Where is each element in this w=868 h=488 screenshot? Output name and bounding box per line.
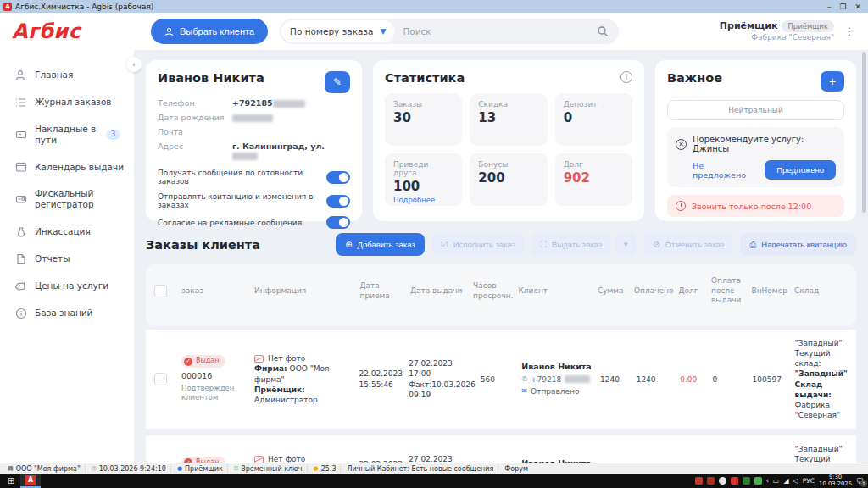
plus-icon: ⊕ <box>345 240 352 249</box>
redacted-address <box>232 152 258 160</box>
current-user: ПриёмщикПриёмщик Фабрика "Северная" <box>720 20 834 43</box>
chevron-down-icon: ▼ <box>380 27 386 36</box>
display-icon[interactable]: ▭ <box>773 477 780 485</box>
client-birthdate-row: Дата рождения <box>158 113 350 122</box>
building-icon: ▤ <box>8 465 14 472</box>
toggle-send-receipt[interactable] <box>326 195 350 208</box>
sidebar-item-service-prices[interactable]: Цены на услуги <box>15 273 134 300</box>
cancel-order-button[interactable]: ⊘ Отменить заказ <box>643 233 733 256</box>
x-circle-icon: ✕ <box>676 139 687 150</box>
client-cell: Иванов Никита ✆+79218 ✉Отправлено <box>521 362 595 396</box>
tray-icon-5[interactable] <box>743 477 750 485</box>
row-checkbox[interactable] <box>154 373 167 385</box>
no-photo-label: Нет фото <box>254 353 353 363</box>
sidebar-item-waybills[interactable]: Накладные в пути 3 <box>15 116 134 153</box>
no-photo-label: Нет фото <box>254 454 353 463</box>
redacted-birthdate <box>232 114 273 122</box>
sidebar-item-issue-calendar[interactable]: Календарь выдачи <box>15 153 134 180</box>
date-out: 27.02.202317:00Факт:10.03.202609:19 <box>409 358 476 400</box>
toggle-ads-consent[interactable] <box>326 216 350 229</box>
add-important-button[interactable]: + <box>821 71 844 92</box>
client-mail-row: Почта <box>158 127 350 136</box>
mood-selector[interactable]: Нейтральный <box>667 100 844 120</box>
taskbar-clock[interactable]: 9:30 10.03.2026 <box>819 474 852 488</box>
app-statusbar: ▤ООО "Моя фирма" ◷10.03.2026 9:24:10 ●Пр… <box>0 463 868 474</box>
tray-icon-1[interactable] <box>695 477 703 485</box>
statusbar-cabinet[interactable]: Личный Кабинет: Есть новые сообщения <box>342 464 498 473</box>
statusbar-forum[interactable]: Форум <box>500 464 532 473</box>
hours-overdue: 560 <box>481 374 517 385</box>
issue-order-dropdown[interactable]: ▼ <box>615 233 637 256</box>
search-input[interactable] <box>394 26 597 36</box>
warehouse-cell: "Западный" Текущий склад: Не определен С… <box>795 444 848 463</box>
order-substatus: Подтвержден клиентом <box>181 384 249 403</box>
user-role: Приёмщик <box>720 20 778 31</box>
sidebar-item-home[interactable]: Главная <box>15 62 134 89</box>
search-bar: По номеру заказа ▼ <box>280 19 619 44</box>
register-icon <box>15 193 27 205</box>
toggle-row-ready-messages: Получать сообщения по готовности заказов <box>158 169 350 186</box>
warehouse-cell: "Западный" Текущий склад: "Западный" Скл… <box>795 338 848 420</box>
notifications-icon[interactable]: 🗩1 <box>856 477 864 485</box>
offered-button[interactable]: Предложено <box>765 160 836 180</box>
close-button[interactable]: ✕ <box>854 3 861 11</box>
add-order-button[interactable]: ⊕ Добавить заказ <box>336 233 425 256</box>
sidebar-item-orders-journal[interactable]: Журнал заказов <box>15 89 134 116</box>
language-indicator[interactable]: РУС <box>803 477 815 485</box>
sidebar-item-reports[interactable]: Отчеты <box>15 246 134 273</box>
issued-icon: ✓ <box>184 358 192 366</box>
orders-title: Заказы клиента <box>146 238 329 252</box>
user-icon <box>15 69 27 81</box>
factory-name: Фабрика "Северная" <box>720 32 834 42</box>
select-client-button[interactable]: Выбрать клиента <box>151 19 268 44</box>
print-receipt-button[interactable]: ⎙ Напечатать квитанцию <box>740 233 856 256</box>
not-offered-button[interactable]: Не предложено <box>693 161 754 180</box>
table-row[interactable]: ✓Выдан 000017 Нет фото Фирма: ООО "Моя ф… <box>146 435 856 463</box>
debt-cell: 0.00 <box>680 374 707 385</box>
sidebar-item-collection[interactable]: Инкассация <box>15 219 134 246</box>
important-card: Важное + Нейтральный ✕ Порекомендуйте ус… <box>655 60 856 221</box>
statistics-title: Статистика <box>385 71 465 85</box>
redacted-phone <box>565 375 590 383</box>
statistics-card: Статистика i Заказы 30 Скидка 13 Депозит… <box>373 60 644 221</box>
edit-client-button[interactable]: ✎ <box>325 71 350 93</box>
brand-logo: Агбис <box>12 19 139 43</box>
taskbar-agbis-app[interactable]: A <box>20 474 41 488</box>
issue-order-button[interactable]: ⛶ Выдать заказ <box>531 233 611 256</box>
client-address-row: Адрес г. Калининград, ул. <box>158 141 350 160</box>
sidebar-collapse-button[interactable]: ‹ <box>126 57 142 72</box>
info-icon[interactable]: i <box>620 71 632 83</box>
toggle-row-ads-consent: Согласие на рекламные сообщения <box>158 216 350 229</box>
redacted-phone <box>273 100 305 108</box>
execute-order-button[interactable]: ☑ Исполнить заказ <box>431 233 525 256</box>
statusbar-key: ⚿Временный ключ <box>230 464 308 473</box>
vertical-scrollbar[interactable] <box>862 52 866 458</box>
role-badge: Приёмщик <box>782 20 834 32</box>
tray-icon-4[interactable] <box>731 477 738 485</box>
sidebar-item-knowledge-base[interactable]: База знаний <box>15 300 134 327</box>
status-badge: ✓Выдан <box>181 457 225 463</box>
tray-icon-6[interactable] <box>754 477 762 485</box>
tray-icon-3[interactable] <box>719 477 726 485</box>
tray-expand-icon[interactable]: ‹ <box>766 477 769 485</box>
search-mode-select[interactable]: По номеру заказа ▼ <box>281 20 394 42</box>
app-icon: A <box>3 3 12 11</box>
select-all-checkbox[interactable] <box>154 285 167 297</box>
order-number: 000016 <box>181 371 249 382</box>
sidebar-item-fiscal-register[interactable]: Фискальный регистратор <box>15 180 134 218</box>
sum-cell: 1240 <box>600 374 632 385</box>
search-icon[interactable] <box>597 25 609 37</box>
maximize-button[interactable]: ❐ <box>839 3 846 11</box>
minimize-button[interactable]: – <box>827 3 832 11</box>
paid-cell: 1240 <box>637 374 676 385</box>
start-button[interactable]: ⊞ <box>2 474 20 488</box>
internal-number-cell: 100597 <box>753 374 790 385</box>
network-icon[interactable]: ◢ <box>783 477 788 485</box>
referral-details-link[interactable]: Подробнее <box>393 196 453 204</box>
table-row[interactable]: ✓Выдан 000016 Подтвержден клиентом Нет ф… <box>146 330 856 429</box>
tray-icon-2[interactable] <box>707 477 715 485</box>
volume-icon[interactable]: ◁ <box>793 477 798 485</box>
kebab-menu-icon[interactable]: ⋮ <box>843 30 856 33</box>
toggle-ready-messages[interactable] <box>326 171 350 184</box>
statusbar-datetime: ◷10.03.2026 9:24:10 <box>87 464 171 473</box>
